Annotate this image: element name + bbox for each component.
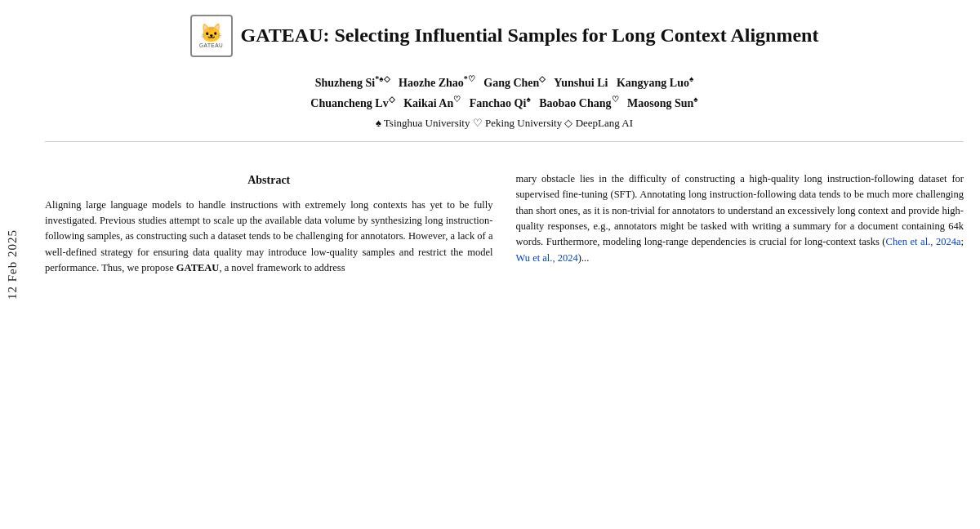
authors-line1: Shuzheng Si*♠◇ Haozhe Zhao*♡ Gang Chen◇ …: [45, 72, 964, 92]
title-row: 🐱 GATEAU GATEAU: Selecting Influential S…: [45, 15, 964, 57]
author-qi: Fanchao Qi♠: [470, 97, 531, 109]
title-section: 🐱 GATEAU GATEAU: Selecting Influential S…: [45, 15, 964, 57]
logo-text: GATEAU: [199, 42, 223, 48]
author-zhao: Haozhe Zhao*♡: [399, 77, 475, 89]
main-content: 🐱 GATEAU GATEAU: Selecting Influential S…: [45, 0, 964, 276]
abstract-right-text: mary obstacle lies in the difficulty of …: [516, 171, 964, 266]
page-container: 12 Feb 2025 🐱 GATEAU GATEAU: Selecting I…: [0, 0, 980, 529]
date-label: 12 Feb 2025: [6, 229, 20, 300]
citation-chen: Chen et al., 2024a: [886, 236, 961, 247]
author-luo: Kangyang Luo♠: [617, 77, 693, 89]
citation-wu: Wu et al., 2024: [516, 252, 578, 264]
abstract-area: Abstract Aligning large language models …: [45, 165, 964, 277]
authors-section: Shuzheng Si*♠◇ Haozhe Zhao*♡ Gang Chen◇ …: [45, 72, 964, 130]
author-chang: Baobao Chang♡: [539, 97, 618, 109]
authors-line2: Chuancheng Lv◇ Kaikai An♡ Fanchao Qi♠ Ba…: [45, 92, 964, 113]
logo-cat-icon: 🐱: [200, 24, 222, 42]
gateau-bold: GATEAU: [176, 262, 220, 273]
left-column: Abstract Aligning large language models …: [45, 171, 493, 277]
abstract-left-text: Aligning large language models to handle…: [45, 198, 493, 277]
author-sun: Maosong Sun♠: [627, 97, 698, 109]
divider: [45, 141, 964, 142]
author-an: Kaikai An♡: [403, 97, 461, 109]
paper-title: GATEAU: Selecting Influential Samples fo…: [241, 23, 819, 48]
gateau-logo: 🐱 GATEAU: [190, 15, 233, 57]
affiliations: ♠ Tsinghua University ♡ Peking Universit…: [45, 117, 964, 130]
abstract-heading: Abstract: [45, 171, 493, 189]
author-si: Shuzheng Si*♠◇: [315, 77, 390, 89]
author-li: Yunshui Li: [554, 77, 608, 89]
right-column: mary obstacle lies in the difficulty of …: [516, 171, 964, 277]
author-chen: Gang Chen◇: [483, 77, 546, 89]
author-lv: Chuancheng Lv◇: [310, 97, 394, 109]
